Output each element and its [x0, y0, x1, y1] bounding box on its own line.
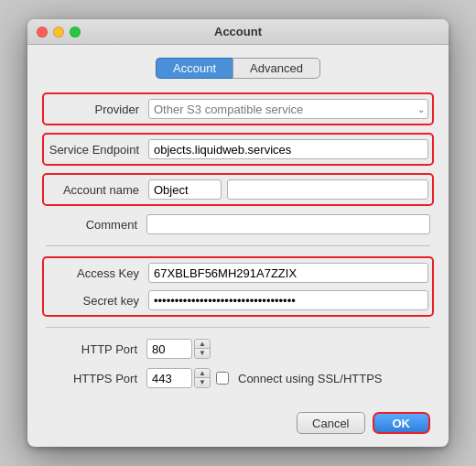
divider-2 [46, 327, 430, 328]
divider-1 [46, 245, 430, 246]
provider-row: Provider Other S3 compatible serviceAmaz… [48, 97, 428, 121]
account-dialog: Account Account Advanced Provider Other … [27, 19, 449, 447]
close-button[interactable] [37, 27, 48, 38]
service-endpoint-label: Service Endpoint [48, 143, 148, 157]
ssl-checkbox[interactable] [216, 372, 229, 385]
tab-bar: Account Advanced [46, 58, 430, 79]
https-port-input[interactable] [146, 368, 192, 388]
provider-select[interactable]: Other S3 compatible serviceAmazon S3Goog… [148, 99, 428, 119]
access-key-label: Access Key [48, 266, 148, 280]
provider-control: Other S3 compatible serviceAmazon S3Goog… [148, 99, 428, 119]
comment-control [146, 214, 430, 234]
https-port-control: ▲ ▼ Connect using SSL/HTTPS [146, 368, 430, 388]
secret-key-control [148, 290, 428, 310]
button-bar: Cancel OK [27, 403, 449, 447]
service-endpoint-input[interactable] [148, 139, 428, 159]
https-port-stepper: ▲ ▼ [194, 368, 211, 388]
https-port-row: HTTPS Port ▲ ▼ Connect using SSL/HTTPS [46, 366, 430, 390]
window-title: Account [214, 25, 262, 38]
account-name-control [148, 179, 428, 200]
http-port-row: HTTP Port ▲ ▼ [46, 337, 430, 361]
secret-key-label: Secret key [48, 294, 148, 308]
account-name-extra-input[interactable] [227, 179, 428, 200]
traffic-lights [37, 27, 81, 38]
http-port-label: HTTP Port [46, 342, 146, 356]
http-port-input[interactable] [146, 339, 192, 359]
minimize-button[interactable] [53, 27, 64, 38]
provider-row-highlight: Provider Other S3 compatible serviceAmaz… [42, 92, 434, 125]
comment-row: Comment [46, 212, 430, 236]
tab-account[interactable]: Account [156, 58, 233, 79]
comment-label: Comment [46, 218, 146, 232]
access-key-input[interactable] [148, 263, 428, 283]
service-endpoint-row-highlight: Service Endpoint [42, 133, 434, 166]
title-bar: Account [27, 19, 449, 45]
access-key-control [148, 263, 428, 283]
http-port-stepper: ▲ ▼ [194, 339, 211, 359]
ssl-label: Connect using SSL/HTTPS [238, 372, 383, 385]
maximize-button[interactable] [70, 27, 81, 38]
secret-key-input[interactable] [148, 290, 428, 310]
https-port-label: HTTPS Port [46, 372, 146, 385]
account-name-label: Account name [48, 183, 148, 197]
tab-advanced[interactable]: Advanced [233, 58, 320, 79]
ok-button[interactable]: OK [373, 412, 431, 434]
cancel-button[interactable]: Cancel [297, 412, 364, 434]
secret-key-row: Secret key [48, 288, 428, 312]
https-port-decrement[interactable]: ▼ [195, 378, 210, 387]
account-name-row: Account name [48, 178, 428, 201]
http-port-increment[interactable]: ▲ [195, 340, 210, 349]
dialog-content: Account Advanced Provider Other S3 compa… [27, 45, 449, 403]
https-port-increment[interactable]: ▲ [195, 369, 210, 378]
service-endpoint-row: Service Endpoint [48, 137, 428, 161]
credentials-row-highlight: Access Key Secret key [42, 256, 434, 317]
http-port-number-wrap: ▲ ▼ [146, 339, 211, 359]
form-area: Provider Other S3 compatible serviceAmaz… [46, 92, 430, 390]
account-name-input[interactable] [148, 179, 222, 200]
account-name-row-highlight: Account name [42, 173, 434, 206]
provider-label: Provider [48, 103, 148, 116]
https-port-number-wrap: ▲ ▼ [146, 368, 211, 388]
service-endpoint-control [148, 139, 428, 159]
provider-select-wrap: Other S3 compatible serviceAmazon S3Goog… [148, 99, 428, 119]
comment-input[interactable] [146, 214, 430, 234]
access-key-row: Access Key [48, 261, 428, 285]
http-port-decrement[interactable]: ▼ [195, 349, 210, 358]
http-port-control: ▲ ▼ [146, 339, 430, 359]
